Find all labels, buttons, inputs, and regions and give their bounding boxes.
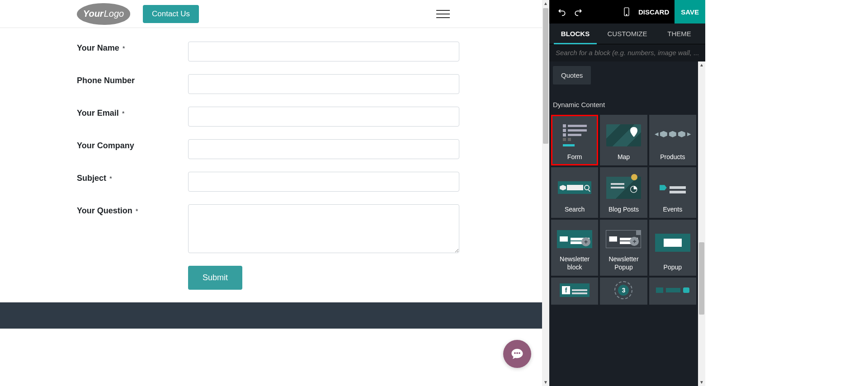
- scroll-up-icon[interactable]: ▲: [699, 61, 704, 69]
- events-thumb-icon: [651, 170, 694, 206]
- input-question[interactable]: [188, 204, 459, 253]
- block-newsletterpopup[interactable]: + Newsletter Popup: [600, 220, 647, 276]
- block-label: Newsletter Popup: [602, 255, 645, 271]
- map-thumb-icon: [602, 118, 645, 153]
- block-donation[interactable]: [649, 278, 696, 305]
- logo-text-2: Logo: [104, 9, 124, 19]
- label-email: Your Email *: [77, 107, 188, 118]
- site-footer: [0, 302, 542, 329]
- block-popup[interactable]: Popup: [649, 220, 696, 276]
- menu-icon[interactable]: [436, 10, 450, 18]
- block-events[interactable]: Events: [649, 167, 696, 218]
- facebook-thumb-icon: f: [553, 280, 596, 300]
- products-thumb-icon: ◀▶: [651, 118, 694, 153]
- block-newsletterblock[interactable]: + Newsletter block: [551, 220, 598, 276]
- block-label: Popup: [664, 264, 682, 272]
- label-question: Your Question *: [77, 204, 188, 216]
- editor-panel: DISCARD SAVE BLOCKS CUSTOMIZE THEME Quot…: [549, 0, 705, 386]
- block-form[interactable]: Form: [551, 115, 598, 165]
- chat-fab[interactable]: [503, 340, 531, 368]
- tab-theme[interactable]: THEME: [653, 24, 705, 44]
- popup-thumb-icon: [651, 222, 694, 264]
- scroll-thumb[interactable]: [699, 242, 704, 315]
- save-button[interactable]: SAVE: [675, 0, 705, 24]
- label-subject: Subject *: [77, 172, 188, 183]
- undo-icon[interactable]: [556, 5, 568, 18]
- input-company[interactable]: [188, 139, 459, 159]
- site-header: YourLogo Contact Us: [0, 0, 542, 28]
- block-label: Products: [660, 153, 685, 161]
- site-canvas: YourLogo Contact Us Your Name * Phone Nu…: [0, 0, 549, 386]
- form-thumb-icon: [553, 118, 596, 153]
- countdown-thumb-icon: 3: [602, 280, 645, 300]
- label-name: Your Name *: [77, 42, 188, 53]
- block-map[interactable]: Map: [600, 115, 647, 165]
- block-label: Blog Posts: [609, 206, 639, 214]
- block-label: Form: [567, 153, 582, 161]
- scroll-up-icon[interactable]: ▲: [543, 0, 548, 7]
- block-search-input[interactable]: [556, 49, 699, 56]
- section-dynamic-content: Dynamic Content: [553, 101, 696, 108]
- label-phone: Phone Number: [77, 74, 188, 85]
- contact-button[interactable]: Contact Us: [143, 5, 199, 23]
- form-row-email: Your Email *: [77, 107, 465, 127]
- tab-customize[interactable]: CUSTOMIZE: [601, 24, 653, 44]
- logo-text-1: Your: [83, 9, 104, 19]
- svg-point-1: [626, 14, 627, 15]
- scroll-down-icon[interactable]: ▼: [699, 379, 704, 386]
- block-countdown[interactable]: 3: [600, 278, 647, 305]
- label-company: Your Company: [77, 139, 188, 151]
- block-label: Map: [618, 153, 630, 161]
- input-phone[interactable]: [188, 74, 459, 94]
- block-blogposts[interactable]: ◔ Blog Posts: [600, 167, 647, 218]
- block-label: Newsletter block: [553, 255, 596, 271]
- input-email[interactable]: [188, 107, 459, 127]
- form-row-subject: Subject *: [77, 172, 465, 192]
- block-search: [549, 44, 705, 61]
- form-row-company: Your Company: [77, 139, 465, 159]
- redo-icon[interactable]: [572, 5, 585, 18]
- block-facebook[interactable]: f: [551, 278, 598, 305]
- editor-toolbar: DISCARD SAVE: [549, 0, 705, 24]
- form-row-question: Your Question *: [77, 204, 465, 253]
- submit-button[interactable]: Submit: [188, 266, 242, 290]
- scroll-thumb[interactable]: [543, 8, 548, 144]
- newsletterblock-thumb-icon: +: [553, 222, 596, 255]
- editor-body: Quotes Dynamic Content Form Map: [549, 61, 705, 386]
- search-thumb-icon: [553, 170, 596, 206]
- blog-thumb-icon: ◔: [602, 170, 645, 206]
- block-label: Events: [663, 206, 682, 214]
- mobile-preview-icon[interactable]: [620, 5, 633, 18]
- discard-button[interactable]: DISCARD: [633, 8, 675, 16]
- input-subject[interactable]: [188, 172, 459, 192]
- donation-thumb-icon: [651, 280, 694, 300]
- scroll-down-icon[interactable]: ▼: [543, 379, 548, 386]
- block-label: Search: [565, 206, 585, 214]
- block-grid: Form Map ◀▶ Products Search: [549, 115, 698, 305]
- editor-scrollbar[interactable]: ▲ ▼: [698, 61, 705, 386]
- form-row-phone: Phone Number: [77, 74, 465, 94]
- editor-tabs: BLOCKS CUSTOMIZE THEME: [549, 24, 705, 44]
- block-products[interactable]: ◀▶ Products: [649, 115, 696, 165]
- newsletterpopup-thumb-icon: +: [602, 222, 645, 255]
- chat-icon: [510, 347, 524, 361]
- block-search[interactable]: Search: [551, 167, 598, 218]
- site-logo[interactable]: YourLogo: [77, 3, 130, 25]
- contact-form: Your Name * Phone Number Your Email * Yo…: [0, 28, 542, 290]
- form-row-name: Your Name *: [77, 42, 465, 61]
- canvas-scrollbar[interactable]: ▲ ▼: [542, 0, 549, 386]
- input-name[interactable]: [188, 42, 459, 61]
- block-quotes[interactable]: Quotes: [553, 66, 591, 85]
- tab-blocks[interactable]: BLOCKS: [549, 24, 601, 44]
